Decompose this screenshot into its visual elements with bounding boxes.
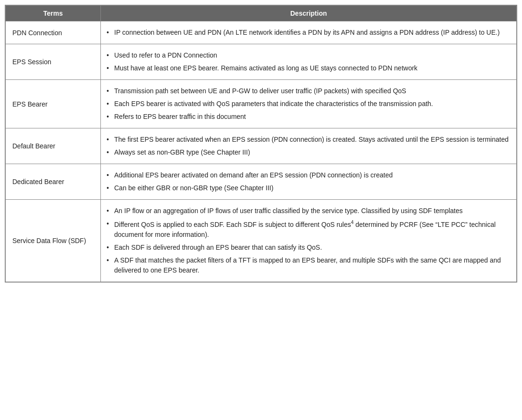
term-cell: Default Bearer	[6, 128, 101, 164]
bullet-item: Different QoS is applied to each SDF. Ea…	[107, 217, 511, 241]
description-cell: The first EPS bearer activated when an E…	[101, 128, 517, 164]
bullet-item: Used to refer to a PDN Connection	[107, 49, 511, 62]
table-row: Default BearerThe first EPS bearer activ…	[6, 128, 517, 164]
bullet-item: IP connection between UE and PDN (An LTE…	[107, 26, 511, 39]
description-cell: Additional EPS bearer activated on deman…	[101, 164, 517, 200]
terms-table: Terms Description PDN ConnectionIP conne…	[5, 5, 517, 282]
term-cell: Dedicated Bearer	[6, 164, 101, 200]
header-terms: Terms	[6, 6, 101, 21]
table-row: Dedicated BearerAdditional EPS bearer ac…	[6, 164, 517, 200]
table-row: PDN ConnectionIP connection between UE a…	[6, 21, 517, 44]
bullet-item: Transmission path set between UE and P-G…	[107, 85, 511, 98]
table-row: EPS BearerTransmission path set between …	[6, 80, 517, 128]
bullet-item: Each EPS bearer is activated with QoS pa…	[107, 98, 511, 110]
term-cell: EPS Session	[6, 44, 101, 80]
description-cell: Transmission path set between UE and P-G…	[101, 80, 517, 128]
term-cell: EPS Bearer	[6, 80, 101, 128]
bullet-item: Each SDF is delivered through an EPS bea…	[107, 241, 511, 254]
term-cell: Service Data Flow (SDF)	[6, 200, 101, 282]
table-row: Service Data Flow (SDF)An IP flow or an …	[6, 200, 517, 282]
bullet-item: Additional EPS bearer activated on deman…	[107, 169, 511, 182]
bullet-item: An IP flow or an aggregation of IP flows…	[107, 205, 511, 217]
bullet-item: A SDF that matches the packet filters of…	[107, 254, 511, 277]
bullet-item: Refers to EPS bearer traffic in this doc…	[107, 110, 511, 123]
description-cell: An IP flow or an aggregation of IP flows…	[101, 200, 517, 282]
term-cell: PDN Connection	[6, 21, 101, 44]
description-cell: Used to refer to a PDN ConnectionMust ha…	[101, 44, 517, 80]
header-description: Description	[101, 6, 517, 21]
bullet-item: The first EPS bearer activated when an E…	[107, 133, 511, 146]
bullet-item: Can be either GBR or non-GBR type (See C…	[107, 182, 511, 195]
description-cell: IP connection between UE and PDN (An LTE…	[101, 21, 517, 44]
bullet-item: Must have at least one EPS bearer. Remai…	[107, 62, 511, 75]
table-row: EPS SessionUsed to refer to a PDN Connec…	[6, 44, 517, 80]
bullet-item: Always set as non-GBR type (See Chapter …	[107, 146, 511, 159]
